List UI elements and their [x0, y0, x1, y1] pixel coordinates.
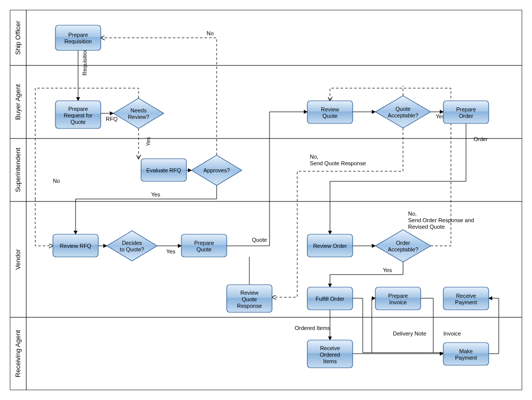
svg-rect-16 [443, 101, 489, 123]
lane-vendor-label: Vendor [14, 249, 22, 270]
edge-label-e-requis: Requisition [82, 48, 88, 76]
edge-label-e-needs-yes: Yes [145, 137, 151, 146]
process-fulfill-order: Fulfill Order [307, 287, 353, 310]
lane-receiving-agent-label: Receiving Agent [14, 330, 22, 377]
process-review-quote: ReviewQuote [307, 101, 353, 123]
edge-label-e-order-yes: Yes [383, 267, 392, 273]
process-evaluate-rfq: Evaluate RFQ [141, 159, 186, 181]
edge-label-e-app-yes: Yes [151, 191, 160, 197]
process-label-prepare-quote: PrepareQuote [194, 240, 214, 252]
process-label-receive-payment: ReceivePayment [455, 293, 477, 305]
process-label-fulfill-order: Fulfill Order [316, 296, 345, 302]
lane-supt-label: Superintendent [14, 148, 22, 192]
process-prepare-invoice: PrepareInvoice [375, 287, 421, 310]
edge-label-e-quote: Quote [252, 237, 267, 243]
edge-label-e-fulfill-recv: Ordered Items [295, 325, 330, 331]
lane-buyer-agent-label: Buyer Agent [14, 84, 22, 120]
process-label-prepare-order: PrepareOrder [456, 106, 476, 119]
decision-label-approves: Approves? [204, 167, 230, 173]
flowchart-canvas: Ship OfficerBuyer AgentSuperintendentVen… [0, 0, 532, 400]
edge-label-e-order: Order [474, 136, 488, 142]
svg-rect-15 [307, 101, 353, 123]
edge-label-e-needs-no2: No [53, 178, 60, 184]
lane-ship-officer-label: Ship Officer [14, 20, 22, 54]
process-prepare-requisition: PrepareRequisition [55, 25, 101, 50]
process-receive-payment: ReceivePayment [443, 287, 489, 310]
process-prepare-quote: PrepareQuote [181, 234, 227, 257]
svg-rect-10 [55, 25, 101, 50]
decision-label-decides-to-quote: Decidesto Quote? [120, 240, 144, 252]
svg-rect-20 [375, 287, 421, 310]
process-review-order: Review Order [307, 234, 353, 257]
decision-label-needs-review: NeedsReview? [128, 107, 149, 120]
process-make-payment: MakePayment [443, 343, 489, 365]
process-label-prepare-requisition: PrepareRequisition [64, 32, 92, 44]
process-prepare-order: PrepareOrder [443, 101, 489, 123]
edge-label-e-delnote: Delivery Note [393, 330, 426, 337]
process-review-rfq: Review RFQ [53, 234, 98, 257]
process-label-review-quote: ReviewQuote [321, 106, 339, 119]
process-label-review-order: Review Order [313, 243, 347, 249]
edge-label-e-rfq: RFQ [106, 116, 118, 122]
process-label-evaluate-rfq: Evaluate RFQ [146, 167, 181, 173]
process-prepare-rfq: PrepareRequest forQuote [55, 101, 101, 128]
process-receive-ordered-items: ReceiveOrderedItems [307, 340, 353, 368]
process-review-quote-response: ReviewQuoteResponse [227, 285, 272, 312]
svg-rect-21 [443, 287, 489, 310]
edge-label-e-app-no: No [207, 30, 214, 36]
svg-rect-23 [443, 343, 489, 365]
lane-supt: Superintendent [10, 139, 522, 202]
edge-label-e-invoice: Invoice [443, 330, 461, 337]
process-label-prepare-invoice: PrepareInvoice [388, 293, 408, 305]
edge-label-e-dec-yes: Yes [166, 248, 175, 254]
process-label-review-rfq: Review RFQ [60, 243, 92, 249]
svg-rect-4 [26, 139, 522, 202]
svg-rect-14 [181, 234, 227, 257]
